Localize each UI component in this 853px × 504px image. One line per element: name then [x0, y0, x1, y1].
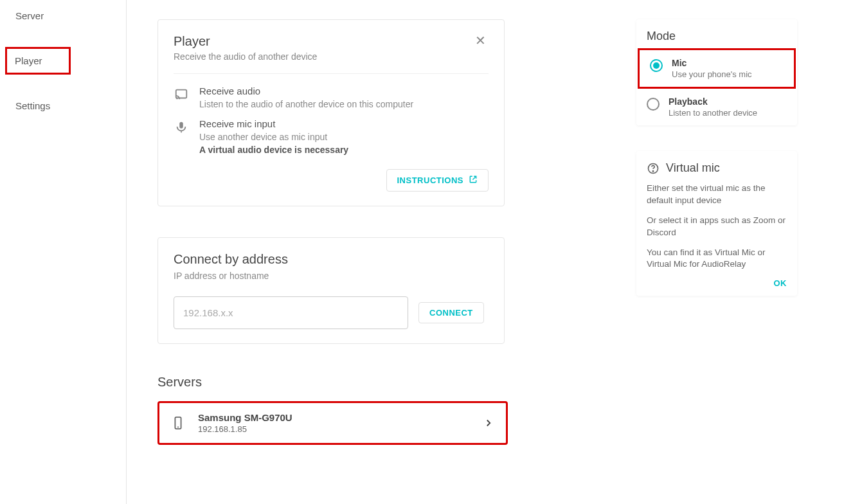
radio-selected-icon — [650, 59, 663, 72]
player-card-titleblock: Player Receive the audio of another devi… — [174, 34, 317, 62]
server-ip: 192.168.1.85 — [198, 424, 470, 434]
open-external-icon — [469, 175, 478, 186]
player-card-header: Player Receive the audio of another devi… — [174, 34, 489, 62]
ok-button[interactable]: OK — [774, 278, 787, 288]
virtual-mic-panel: Virtual mic Either set the virtual mic a… — [636, 151, 797, 296]
divider — [174, 73, 489, 74]
virtual-mic-title-row: Virtual mic — [636, 151, 797, 180]
sidebar-item-label: Settings — [15, 100, 50, 111]
radio-desc: Use your phone's mic — [672, 69, 752, 79]
svg-rect-0 — [176, 90, 187, 98]
option-body: Receive mic input Use another device as … — [199, 118, 489, 155]
virtual-mic-actions: OK — [636, 276, 797, 296]
sidebar-item-server[interactable]: Server — [0, 3, 126, 29]
radio-unselected-icon — [647, 98, 660, 111]
connect-label: IP address or hostname — [174, 271, 489, 281]
connect-card: Connect by address IP address or hostnam… — [157, 237, 505, 344]
right-column: Mode Mic Use your phone's mic Playback L… — [636, 0, 853, 504]
server-info: Samsung SM-G970U 192.168.1.85 — [198, 412, 470, 434]
ok-label: OK — [774, 278, 787, 288]
virtual-mic-text-3: You can find it as Virtual Mic or Virtua… — [636, 244, 797, 276]
microphone-icon — [174, 120, 189, 135]
player-card-subtitle: Receive the audio of another device — [174, 51, 317, 62]
servers-heading: Servers — [157, 375, 606, 390]
radio-dot — [653, 62, 660, 69]
sidebar-item-settings[interactable]: Settings — [0, 93, 126, 119]
virtual-mic-text-2: Or select it in apps such as Zoom or Dis… — [636, 212, 797, 244]
option-desc: Listen to the audio of another device on… — [199, 99, 489, 109]
instructions-button[interactable]: INSTRUCTIONS — [386, 169, 489, 192]
app-layout: Server Player Settings Player Receive th… — [0, 0, 853, 504]
server-name: Samsung SM-G970U — [198, 412, 470, 423]
svg-point-4 — [652, 170, 653, 171]
option-title: Receive mic input — [199, 118, 489, 129]
radio-desc: Listen to another device — [669, 108, 757, 118]
mode-option-playback[interactable]: Playback Listen to another device — [636, 89, 797, 125]
player-card: Player Receive the audio of another devi… — [157, 19, 505, 206]
sidebar-item-player[interactable]: Player — [5, 47, 71, 75]
mode-panel-title: Mode — [636, 19, 797, 48]
sidebar-item-label: Server — [15, 10, 44, 21]
help-icon — [647, 162, 660, 175]
instructions-row: INSTRUCTIONS — [174, 169, 489, 192]
virtual-mic-title: Virtual mic — [666, 161, 720, 175]
phone-icon — [171, 416, 185, 430]
close-icon[interactable]: ✕ — [472, 34, 489, 47]
radio-body: Mic Use your phone's mic — [672, 58, 752, 79]
mode-option-mic[interactable]: Mic Use your phone's mic — [638, 48, 796, 89]
option-receive-mic[interactable]: Receive mic input Use another device as … — [174, 109, 489, 155]
mode-panel: Mode Mic Use your phone's mic Playback L… — [636, 19, 797, 125]
virtual-mic-text-1: Either set the virtual mic as the defaul… — [636, 180, 797, 212]
option-receive-audio[interactable]: Receive audio Listen to the audio of ano… — [174, 76, 489, 109]
instructions-label: INSTRUCTIONS — [397, 176, 464, 185]
player-card-title: Player — [174, 34, 317, 49]
sidebar: Server Player Settings — [0, 0, 127, 504]
sidebar-item-label: Player — [15, 55, 42, 66]
server-row[interactable]: Samsung SM-G970U 192.168.1.85 — [157, 401, 508, 445]
cast-icon — [174, 87, 189, 102]
option-desc: Use another device as mic input — [199, 132, 489, 142]
main-content: Player Receive the audio of another devi… — [127, 0, 636, 504]
connect-button[interactable]: CONNECT — [418, 302, 484, 323]
chevron-right-icon — [483, 417, 494, 429]
connect-row: CONNECT — [174, 296, 489, 329]
connect-button-label: CONNECT — [429, 308, 473, 318]
option-body: Receive audio Listen to the audio of ano… — [199, 86, 489, 109]
option-note: A virtual audio device is necessary — [199, 145, 489, 155]
radio-label: Playback — [669, 96, 757, 107]
ip-input[interactable] — [174, 296, 408, 329]
radio-label: Mic — [672, 58, 752, 68]
radio-body: Playback Listen to another device — [669, 96, 757, 118]
option-title: Receive audio — [199, 86, 489, 96]
connect-title: Connect by address — [174, 252, 489, 267]
